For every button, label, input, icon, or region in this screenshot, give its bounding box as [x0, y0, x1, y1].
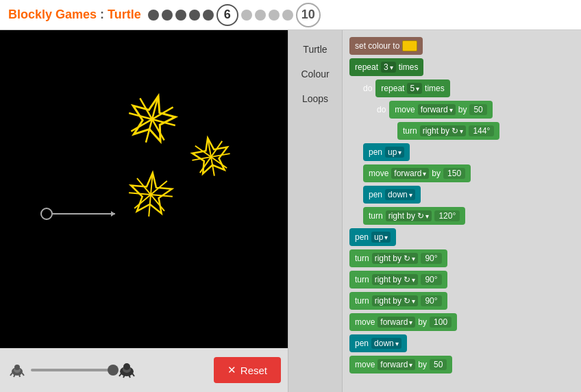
turn-label-r2: turn: [355, 275, 369, 284]
move-fwd-50-final-label: move: [355, 360, 375, 369]
total-levels[interactable]: 10: [296, 3, 321, 27]
pen-label-4: pen: [355, 339, 369, 348]
sidebar-item-turtle[interactable]: Turtle: [303, 44, 327, 55]
svg-point-15: [41, 208, 52, 219]
do-repeat-5-row: do repeat 5 times: [363, 79, 574, 97]
right-by-dropdown-r3[interactable]: right by ↻: [372, 295, 419, 306]
speed-control: [7, 362, 207, 378]
move-150-value[interactable]: 150: [443, 168, 465, 179]
reset-button[interactable]: ✕ Reset: [214, 357, 281, 383]
turn-right-90-3-block[interactable]: turn right by ↻ 90°: [349, 292, 447, 310]
pen-up-2-block[interactable]: pen up: [349, 228, 396, 246]
app-title: Blockly Games : Turtle: [8, 8, 141, 22]
level-dot-3: [175, 10, 186, 21]
pen-label-2: pen: [369, 190, 382, 199]
down-dropdown-2[interactable]: down: [371, 338, 401, 349]
up-dropdown-1[interactable]: up: [385, 147, 404, 158]
move-fwd-50-block[interactable]: move forward by 50: [389, 101, 492, 119]
do-move-fwd-50-row: do move forward by 50: [377, 101, 574, 119]
right-by-dropdown-1[interactable]: right by ↻: [420, 125, 467, 136]
move-fwd-50-label: move: [395, 105, 415, 114]
repeat-3-block[interactable]: repeat 3 times: [349, 58, 423, 76]
turn-right-90-3-row: turn right by ↻ 90°: [349, 292, 574, 310]
up-dropdown-2[interactable]: up: [371, 232, 391, 243]
separator: :: [100, 8, 108, 21]
move-fwd-150-row: move forward by 150: [363, 164, 574, 182]
move-fwd-100-label: move: [355, 317, 375, 327]
right-by-dropdown-r2[interactable]: right by ↻: [372, 274, 419, 285]
move-50-value[interactable]: 50: [469, 104, 486, 115]
turtle-canvas[interactable]: [0, 30, 288, 348]
turn-label-r1: turn: [355, 254, 369, 263]
level-dot-7: [241, 10, 252, 21]
move-fwd-100-block[interactable]: move forward by 100: [349, 313, 457, 331]
level-dot-8: [255, 10, 266, 21]
svg-line-23: [19, 374, 20, 377]
turn-right-120-row: turn right by ↻ 120°: [363, 207, 574, 225]
fast-turtle-icon: [116, 362, 137, 378]
right-by-dropdown-r1[interactable]: right by ↻: [372, 253, 419, 264]
sidebar-loops-label: Loops: [302, 93, 328, 104]
sidebar-item-colour[interactable]: Colour: [301, 69, 329, 79]
level-dot-5: [203, 10, 214, 21]
val-50-value[interactable]: 50: [430, 359, 447, 370]
pen-down-2-block[interactable]: pen down: [349, 334, 407, 352]
turn-right-144-block[interactable]: turn right by ↻ 144°: [397, 122, 499, 140]
turn-label-r3: turn: [355, 296, 369, 306]
pen-up-1-row: pen up: [363, 143, 574, 161]
set-colour-block[interactable]: set colour to: [349, 37, 423, 55]
down-dropdown-1[interactable]: down: [385, 189, 415, 200]
pen-down-1-row: pen down: [363, 186, 574, 204]
reset-x-icon: ✕: [227, 364, 236, 376]
turn-right-90-1-block[interactable]: turn right by ↻ 90°: [349, 249, 447, 267]
brand-name: Blockly Games: [8, 8, 97, 21]
repeat-3-val-dropdown[interactable]: 3: [381, 62, 396, 73]
forward-dropdown-2[interactable]: forward: [391, 168, 429, 179]
turn-right-144-row: turn right by ↻ 144°: [377, 122, 574, 140]
deg-144-value[interactable]: 144°: [469, 125, 494, 136]
pen-up-2-row: pen up: [349, 228, 574, 246]
turn-label-1: turn: [403, 126, 417, 136]
sidebar-item-loops[interactable]: Loops: [302, 93, 328, 104]
level-progress: 6 10: [148, 3, 321, 27]
forward-dropdown-3[interactable]: forward: [378, 317, 415, 328]
move-fwd-50-row: move forward by 50: [349, 356, 574, 373]
deg-120-value[interactable]: 120°: [434, 210, 460, 221]
forward-dropdown-4[interactable]: forward: [378, 359, 415, 370]
val-100-value[interactable]: 100: [430, 317, 452, 328]
pen-up-1-block[interactable]: pen up: [363, 143, 410, 161]
sidebar-colour-label: Colour: [301, 69, 329, 79]
header: Blockly Games : Turtle 6 10: [0, 0, 581, 30]
colour-swatch[interactable]: [402, 40, 417, 51]
repeat-5-val-dropdown[interactable]: 5: [407, 83, 422, 94]
canvas-area: ✕ Reset: [0, 30, 288, 392]
slow-turtle-icon: [7, 362, 27, 378]
svg-line-21: [10, 373, 12, 376]
turn-label-2: turn: [369, 211, 383, 221]
turn-right-90-2-row: turn right by ↻ 90°: [349, 271, 574, 289]
right-by-dropdown-2[interactable]: right by ↻: [386, 210, 432, 221]
level-dot-1: [148, 10, 159, 21]
move-fwd-150-block[interactable]: move forward by 150: [363, 164, 471, 182]
deg-r2-value[interactable]: 90°: [421, 274, 441, 285]
move-fwd-50-final-block[interactable]: move forward by 50: [349, 356, 452, 373]
by-label-4: by: [418, 360, 427, 369]
blocks-area: set colour to repeat 3 times do repeat 5…: [343, 30, 581, 392]
repeat-3-row: repeat 3 times: [349, 58, 574, 76]
level-dot-9: [269, 10, 280, 21]
speed-track[interactable]: [31, 369, 113, 371]
turn-right-120-block[interactable]: turn right by ↻ 120°: [363, 207, 465, 225]
speed-thumb[interactable]: [108, 365, 119, 376]
repeat-5-times-label: times: [425, 84, 445, 93]
pen-down-1-block[interactable]: pen down: [363, 186, 421, 204]
current-level[interactable]: 6: [217, 4, 238, 26]
svg-marker-17: [111, 211, 115, 217]
repeat-5-block[interactable]: repeat 5 times: [375, 79, 449, 97]
by-label-2: by: [432, 169, 441, 178]
forward-dropdown-1[interactable]: forward: [418, 104, 456, 115]
main-area: ✕ Reset Turtle Colour Loops set colour t…: [0, 30, 581, 392]
turn-right-90-2-block[interactable]: turn right by ↻ 90°: [349, 271, 447, 289]
deg-r3-value[interactable]: 90°: [421, 295, 441, 306]
deg-r1-value[interactable]: 90°: [421, 253, 441, 264]
turn-right-90-1-row: turn right by ↻ 90°: [349, 249, 574, 267]
